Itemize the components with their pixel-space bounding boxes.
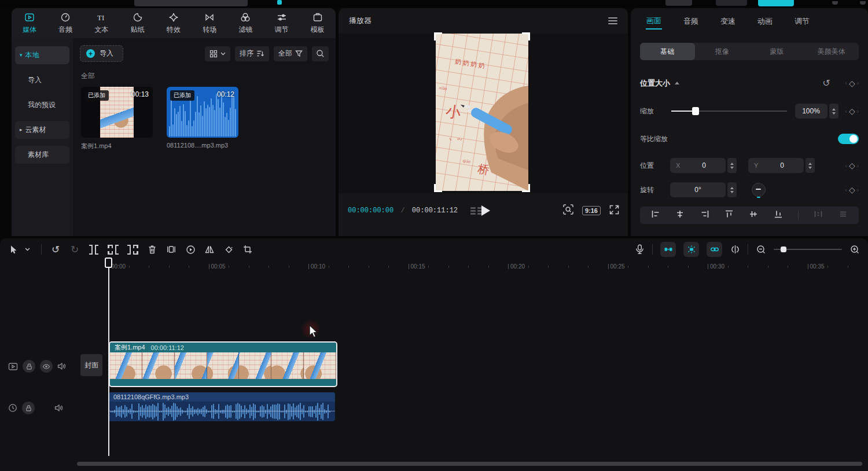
position-x-field[interactable]: X 0 <box>670 158 737 173</box>
align-left-icon[interactable] <box>651 209 660 221</box>
tab-canvas[interactable]: 画面 <box>646 13 662 30</box>
video-preview[interactable]: 奶 奶 奶 奶 xiǎo 小 丶 ⺍ 桥 qiáo <box>436 34 528 191</box>
play-button[interactable] <box>479 204 492 220</box>
selection-handle[interactable] <box>522 32 530 41</box>
subtab-beauty[interactable]: 美颜美体 <box>804 43 859 60</box>
playhead-handle[interactable] <box>105 257 112 268</box>
preview-axis-icon[interactable] <box>730 242 740 256</box>
timeline-video-clip[interactable]: 案例1.mp4 00:00:11:12 <box>109 341 337 387</box>
scale-slider[interactable] <box>671 107 787 115</box>
zoom-in-icon[interactable] <box>849 242 860 256</box>
export-button[interactable] <box>758 0 794 6</box>
align-right-icon[interactable] <box>700 209 709 221</box>
rotation-knob[interactable] <box>752 183 766 197</box>
playhead-line[interactable] <box>108 260 109 456</box>
sidebar-item-import[interactable]: 导入 <box>15 71 69 89</box>
align-center-vertical-icon[interactable] <box>749 209 758 221</box>
crop-icon[interactable] <box>242 242 253 256</box>
reverse-icon[interactable] <box>185 242 196 256</box>
timeline-ruler[interactable]: 00:0000:0500:1000:1500:2000:2500:3000:35 <box>76 260 868 273</box>
keyframe-control[interactable]: ‹◇› <box>845 185 859 194</box>
scale-value-field[interactable]: 100% <box>795 104 827 119</box>
mirror-icon[interactable] <box>204 242 215 256</box>
selection-handle[interactable] <box>522 184 530 192</box>
horizontal-scrollbar[interactable] <box>77 462 862 466</box>
mute-track-icon[interactable] <box>54 404 63 412</box>
reset-icon[interactable]: ↺ <box>822 78 830 89</box>
keyframe-control[interactable]: ‹◇› <box>845 106 859 116</box>
tab-text[interactable]: TI 文本 <box>83 8 119 38</box>
slider-thumb[interactable] <box>781 246 786 252</box>
selection-handle[interactable] <box>434 32 442 41</box>
subtab-cutout[interactable]: 抠像 <box>695 43 750 60</box>
collapse-icon[interactable] <box>675 82 679 84</box>
y-stepper[interactable] <box>806 158 815 173</box>
tab-audio[interactable]: 音频 <box>47 8 83 38</box>
aspect-ratio-button[interactable]: 9:16 <box>582 206 601 215</box>
uniform-scale-toggle[interactable] <box>838 134 859 144</box>
tab-filter[interactable]: 滤镜 <box>227 8 263 38</box>
keyframe-control[interactable]: ‹◇› <box>845 79 859 88</box>
timeline-audio-clip[interactable]: 08112108qGFfG.mp3.mp3 <box>109 392 335 421</box>
subtab-mask[interactable]: 蒙版 <box>749 43 804 60</box>
tab-template[interactable]: 模板 <box>300 8 336 38</box>
sidebar-item-cloud-assets[interactable]: ▸ 云素材 <box>15 121 69 139</box>
import-button[interactable]: + 导入 <box>80 45 123 62</box>
scale-stepper[interactable] <box>829 104 838 119</box>
undo-icon[interactable]: ↺ <box>50 242 61 256</box>
titlebar-button-2[interactable] <box>716 0 747 6</box>
lock-track-icon[interactable] <box>22 402 35 414</box>
tab-adjust[interactable]: 调节 <box>264 8 300 38</box>
mute-track-icon[interactable] <box>57 362 66 370</box>
player-menu-icon[interactable] <box>608 17 617 24</box>
filter-button[interactable]: 全部 <box>274 46 307 61</box>
select-cursor-icon[interactable] <box>8 242 19 256</box>
timeline-zoom-slider[interactable] <box>774 246 842 253</box>
tab-animation[interactable]: 动画 <box>757 14 773 29</box>
preview-quality-icon[interactable] <box>562 204 574 218</box>
split-icon[interactable] <box>89 242 99 256</box>
keyframe-control[interactable]: ‹◇› <box>845 161 859 170</box>
lock-track-icon[interactable] <box>23 360 35 373</box>
tab-transition[interactable]: 转场 <box>192 8 227 38</box>
align-top-icon[interactable] <box>724 209 734 221</box>
position-y-field[interactable]: Y 0 <box>748 158 815 173</box>
rotate-icon[interactable] <box>223 242 234 256</box>
zoom-out-icon[interactable] <box>756 242 766 256</box>
main-track-magnet-button[interactable] <box>660 242 676 257</box>
delete-icon[interactable] <box>147 242 157 256</box>
sidebar-item-asset-library[interactable]: 素材库 <box>15 146 69 164</box>
tab-audio-settings[interactable]: 音频 <box>683 14 699 29</box>
media-item-video[interactable]: 已添加 00:13 案例1.mp4 <box>81 87 153 150</box>
align-bottom-icon[interactable] <box>774 209 783 221</box>
x-stepper[interactable] <box>727 158 737 173</box>
subtab-basic[interactable]: 基础 <box>640 43 695 60</box>
cursor-mode-chevron-icon[interactable] <box>22 242 32 256</box>
tab-adjustment[interactable]: 调节 <box>794 14 810 29</box>
align-center-horizontal-icon[interactable] <box>675 209 685 221</box>
media-item-audio[interactable]: 已添加 00:12 08112108....mp3.mp3 <box>167 87 238 150</box>
view-mode-button[interactable] <box>205 46 230 61</box>
delete-left-icon[interactable] <box>108 242 119 256</box>
tab-speed[interactable]: 变速 <box>720 14 736 29</box>
rotation-field[interactable]: 0° <box>670 182 737 197</box>
tab-media[interactable]: 媒体 <box>12 8 47 38</box>
selection-handle[interactable] <box>434 184 442 192</box>
titlebar-tab[interactable] <box>134 0 248 6</box>
titlebar-button-1[interactable] <box>665 0 692 6</box>
delete-right-icon[interactable] <box>127 242 138 256</box>
freeze-frame-icon[interactable] <box>166 242 176 256</box>
sort-button[interactable]: 排序 <box>235 46 269 61</box>
fullscreen-icon[interactable] <box>609 204 620 218</box>
sidebar-item-local[interactable]: ▾ 本地 <box>15 46 69 64</box>
auto-snap-button[interactable] <box>683 242 699 257</box>
record-voiceover-icon[interactable] <box>634 242 645 256</box>
slider-thumb[interactable] <box>692 107 699 115</box>
window-controls[interactable] <box>832 1 838 5</box>
window-close-button[interactable] <box>860 1 866 5</box>
tab-effects[interactable]: 特效 <box>156 8 192 38</box>
search-button[interactable] <box>312 46 329 61</box>
cover-button[interactable]: 封面 <box>80 354 102 376</box>
tab-sticker[interactable]: 贴纸 <box>120 8 156 38</box>
hide-track-icon[interactable] <box>40 360 53 373</box>
